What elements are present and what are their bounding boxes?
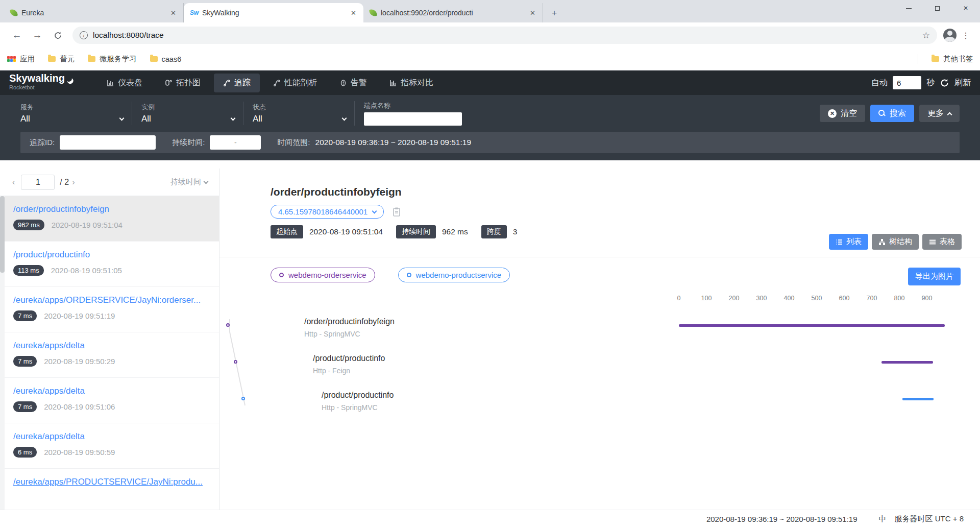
refresh-icon[interactable] [940, 78, 949, 88]
next-page-icon[interactable]: › [69, 176, 78, 189]
bookmark-star-icon[interactable]: ☆ [922, 30, 930, 41]
maximize-button[interactable] [923, 0, 951, 16]
clear-button[interactable]: ✕ 清空 [820, 105, 865, 122]
clear-label: 清空 [841, 108, 857, 119]
chevron-down-icon [372, 208, 377, 213]
forward-button[interactable]: → [29, 27, 46, 44]
legend-productservice[interactable]: webdemo-productservice [398, 268, 510, 282]
nav-label: 仪表盘 [118, 78, 142, 88]
reload-button[interactable] [49, 27, 66, 44]
browser-menu-icon[interactable]: ⋮ [960, 31, 972, 40]
view-list-button[interactable]: 列表 [829, 234, 868, 250]
duration-filter-label: 持续时间: [172, 138, 205, 148]
span-component: Http - SpringMVC [304, 330, 965, 338]
status-select[interactable]: 状态 All [243, 102, 354, 125]
span-duration-bar[interactable] [881, 361, 933, 364]
span-dot-icon[interactable] [241, 397, 245, 400]
nav-alarm[interactable]: 告警 [330, 74, 376, 92]
bookmarks-bar: 应用 普元 微服务学习 caas6 其他书签 [0, 48, 980, 70]
trace-time: 2020-08-19 09:51:04 [52, 221, 122, 229]
auto-interval-input[interactable] [893, 76, 921, 89]
trace-title[interactable]: /eureka/apps/delta [13, 341, 209, 351]
trace-list-item[interactable]: /product/productinfo 113 ms2020-08-19 09… [0, 242, 219, 287]
copy-icon[interactable] [392, 207, 401, 217]
more-button[interactable]: 更多 [919, 105, 960, 122]
endpoint-input[interactable] [364, 112, 462, 126]
close-icon[interactable]: ✕ [528, 8, 537, 18]
trace-id-label: 追踪ID: [30, 138, 55, 148]
tab-localhost-9902[interactable]: localhost:9902/order/producti ✕ [363, 3, 543, 22]
view-tree-button[interactable]: 树结构 [872, 234, 919, 250]
span-duration-bar[interactable] [679, 324, 945, 327]
trace-title[interactable]: /eureka/apps/PRODUCTSERVICE/JayNi:produ.… [13, 477, 209, 487]
time-range-value[interactable]: 2020-08-19 09:36:19 ~ 2020-08-19 09:51:1… [315, 138, 472, 147]
trace-id-input[interactable] [60, 135, 156, 150]
trace-title[interactable]: /product/productinfo [13, 250, 209, 260]
trace-title[interactable]: /order/productinfobyfeign [13, 204, 209, 214]
span-row[interactable]: /product/productinfo Http - Feign [271, 350, 965, 387]
other-bookmarks[interactable]: 其他书签 [932, 54, 973, 64]
chevron-down-icon [204, 179, 209, 184]
trace-list-item[interactable]: /eureka/apps/delta 6 ms2020-08-19 09:50:… [0, 423, 219, 469]
page-input[interactable] [21, 175, 55, 190]
span-dot-icon[interactable] [226, 323, 230, 327]
refresh-label[interactable]: 刷新 [954, 78, 971, 88]
back-button[interactable]: ← [8, 27, 26, 44]
instance-select[interactable]: 实例 All [132, 102, 243, 125]
tab-skywalking[interactable]: Sw SkyWalking ✕ [184, 3, 363, 22]
bookmark-folder-puyuan[interactable]: 普元 [48, 54, 75, 64]
bookmark-folder-microservice[interactable]: 微服务学习 [88, 54, 137, 64]
trace-title[interactable]: /eureka/apps/delta [13, 431, 209, 442]
dashboard-icon [107, 79, 114, 87]
close-icon[interactable]: ✕ [168, 8, 178, 18]
nav-topology[interactable]: 拓扑图 [156, 74, 210, 92]
service-select[interactable]: 服务 All [20, 102, 132, 125]
spring-leaf-icon [369, 9, 377, 17]
url-bar[interactable]: i localhost:8080/trace ☆ [72, 27, 937, 44]
span-row[interactable]: /order/productinfobyfeign Http - SpringM… [271, 313, 965, 350]
site-info-icon[interactable]: i [80, 31, 88, 39]
nav-profile[interactable]: 性能剖析 [264, 74, 326, 92]
trace-list-item[interactable]: /order/productinfobyfeign 962 ms2020-08-… [0, 196, 219, 242]
language-toggle[interactable]: 中 [879, 514, 887, 524]
url-text[interactable]: localhost:8080/trace [93, 31, 917, 40]
start-value: 2020-08-19 09:51:04 [309, 227, 383, 236]
bookmark-folder-caas6[interactable]: caas6 [150, 55, 182, 63]
view-table-button[interactable]: 表格 [922, 234, 962, 250]
close-icon[interactable]: ✕ [349, 8, 358, 18]
folder-icon [932, 56, 939, 62]
minimize-button[interactable] [894, 0, 923, 16]
prev-page-icon[interactable]: ‹ [9, 176, 18, 189]
span-duration-bar[interactable] [902, 398, 934, 400]
legend-orderservice[interactable]: webdemo-orderservice [271, 268, 375, 282]
trace-list-item[interactable]: /eureka/apps/delta 7 ms2020-08-19 09:51:… [0, 378, 219, 423]
nav-compare[interactable]: 指标对比 [380, 74, 443, 92]
duration-input[interactable] [210, 135, 261, 150]
spans-badge: 跨度 [481, 225, 507, 238]
profile-avatar[interactable] [943, 29, 957, 42]
trace-title[interactable]: /eureka/apps/ORDERSERVICE/JayNi:orderser… [13, 295, 209, 305]
trace-time: 2020-08-19 09:50:59 [44, 448, 115, 457]
axis-tick: 700 [867, 295, 877, 302]
nav-dashboard[interactable]: 仪表盘 [97, 74, 152, 92]
page: Eureka ✕ Sw SkyWalking ✕ localhost:9902/… [0, 0, 980, 528]
span-name: /product/productinfo [313, 354, 965, 363]
trace-list-item[interactable]: /eureka/apps/delta 7 ms2020-08-19 09:50:… [0, 332, 219, 378]
export-image-button[interactable]: 导出为图片 [908, 268, 961, 285]
span-row[interactable]: /product/productinfo Http - SpringMVC [271, 387, 965, 423]
trace-title[interactable]: /eureka/apps/delta [13, 386, 209, 396]
close-window-button[interactable]: ✕ [951, 0, 980, 16]
nav-trace[interactable]: 追踪 [214, 74, 260, 92]
trace-list-item[interactable]: /eureka/apps/PRODUCTSERVICE/JayNi:produ.… [0, 469, 219, 510]
trace-id-select[interactable]: 4.65.15978018646440001 [271, 205, 384, 219]
sort-dropdown[interactable]: 持续时间 [170, 177, 208, 187]
span-dot-icon[interactable] [234, 360, 237, 364]
main-nav: 仪表盘 拓扑图 追踪 性能剖析 告警 指标对比 [97, 70, 443, 95]
new-tab-button[interactable]: + [547, 6, 561, 20]
trace-list-item[interactable]: /eureka/apps/ORDERSERVICE/JayNi:orderser… [0, 287, 219, 332]
tab-eureka[interactable]: Eureka ✕ [4, 3, 184, 22]
bookmark-apps[interactable]: 应用 [7, 54, 35, 64]
scrollbar-thumb[interactable] [0, 196, 5, 273]
scrollbar-track[interactable] [0, 196, 5, 510]
search-button[interactable]: 搜索 [870, 105, 914, 122]
